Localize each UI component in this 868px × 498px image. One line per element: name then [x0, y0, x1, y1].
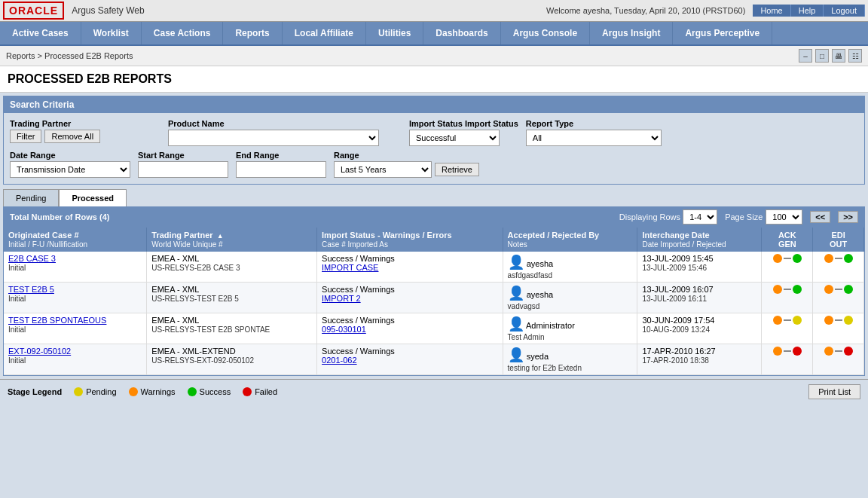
cell-accepted-by: 👤 ayeshaasfdgasdfasd [503, 252, 637, 283]
notes-value: vadvagsd [508, 302, 540, 310]
case-imported-link[interactable]: 0201-062 [322, 356, 357, 365]
legend-failed: Failed [243, 387, 277, 396]
trading-partner-value: EMEA - XML [151, 254, 199, 263]
case-imported-link[interactable]: 095-030101 [322, 325, 366, 334]
nav-reports[interactable]: Reports [223, 22, 282, 44]
cell-accepted-by: 👤 AdministratorTest Admin [503, 313, 637, 344]
table-body: E2B CASE 3InitialEMEA - XMLUS-RELSYS-E2B… [4, 252, 864, 375]
cell-ack-gen [762, 313, 813, 344]
nav-worklist[interactable]: Worklist [81, 22, 142, 44]
stage-legend-label: Stage Legend [8, 387, 62, 396]
breadcrumb-icons: – □ 🖶 ☷ [799, 49, 862, 63]
edi-dot2 [844, 285, 853, 294]
interchange-date-value: 17-APR-2010 16:27 [642, 347, 715, 356]
next-page-button[interactable]: >> [838, 211, 858, 223]
search-header: Search Criteria [4, 96, 864, 113]
retrieve-button[interactable]: Retrieve [435, 163, 479, 176]
logout-link[interactable]: Logout [824, 5, 865, 17]
range-group: Range Last 5 Years Retrieve [334, 151, 479, 178]
date-range-select[interactable]: Transmission Date [10, 161, 130, 178]
case-link[interactable]: TEST E2B 5 [8, 285, 142, 294]
prev-page-button[interactable]: << [810, 211, 830, 223]
nav-local-affiliate[interactable]: Local Affiliate [283, 22, 366, 44]
start-range-group: Start Range 19-APR-2005 [138, 151, 228, 178]
tab-pending[interactable]: Pending [3, 189, 59, 206]
world-wide-value: US-RELSYS-E2B CASE 3 [151, 264, 240, 272]
case-link[interactable]: TEST E2B SPONTAEOUS [8, 316, 142, 325]
help-link[interactable]: Help [791, 5, 824, 17]
nav-case-actions[interactable]: Case Actions [142, 22, 224, 44]
world-wide-value: US-RELSYS-EXT-092-050102 [151, 356, 254, 365]
date-imported-value: 10-AUG-2009 13:24 [642, 325, 710, 334]
nav-dashboards[interactable]: Dashboards [423, 22, 500, 44]
bc-icon-2[interactable]: □ [815, 49, 829, 63]
table-row: TEST E2B 5InitialEMEA - XMLUS-RELSYS-TES… [4, 283, 864, 313]
bc-icon-4[interactable]: ☷ [848, 49, 862, 63]
end-range-group: End Range 01-JAN-2999 [236, 151, 326, 178]
case-imported-link[interactable]: IMPORT 2 [322, 294, 361, 303]
case-imported-link[interactable]: IMPORT CASE [322, 263, 378, 272]
remove-all-button[interactable]: Remove All [44, 130, 100, 143]
nav-utilities[interactable]: Utilities [366, 22, 423, 44]
print-list-button[interactable]: Print List [808, 384, 860, 399]
col-case-num: Originated Case #Initial / F-U /Nullific… [4, 228, 147, 252]
product-name-select[interactable] [168, 130, 379, 146]
tab-processed[interactable]: Processed [59, 189, 127, 206]
accepted-by-value: Administrator [526, 321, 575, 330]
nav-argus-console[interactable]: Argus Console [501, 22, 590, 44]
filter-button[interactable]: Filter [10, 130, 41, 143]
date-range-label: Date Range [10, 151, 130, 160]
person-icon: 👤 [508, 316, 524, 331]
world-wide-value: US-RELSYS-TEST E2B SPONTAE [151, 325, 270, 334]
case-link[interactable]: E2B CASE 3 [8, 254, 142, 263]
ack-dot1 [773, 254, 782, 263]
case-link[interactable]: EXT-092-050102 [8, 347, 142, 356]
top-bar: ORACLE Argus Safety Web Welcome ayesha, … [0, 0, 868, 22]
cell-edi-out [813, 313, 864, 344]
cell-interchange-date: 17-APR-2010 16:2717-APR-2010 18:38 [637, 344, 762, 375]
app-title: Argus Safety Web [72, 5, 145, 16]
home-link[interactable]: Home [753, 5, 790, 17]
range-label: Range [334, 151, 479, 160]
interchange-date-value: 30-JUN-2009 17:54 [642, 316, 714, 325]
date-imported-value: 13-JUL-2009 15:46 [642, 264, 707, 272]
page-size-select[interactable]: 100 [766, 209, 802, 225]
interchange-date-value: 13-JUL-2009 16:07 [642, 285, 713, 294]
report-type-select[interactable]: All [526, 130, 662, 146]
bc-icon-1[interactable]: – [799, 49, 812, 63]
date-imported-value: 17-APR-2010 18:38 [642, 356, 708, 365]
person-icon: 👤 [508, 255, 524, 270]
nav-argus-insight[interactable]: Argus Insight [590, 22, 673, 44]
cell-interchange-date: 13-JUL-2009 15:4513-JUL-2009 15:46 [637, 252, 762, 283]
person-icon: 👤 [508, 286, 524, 301]
end-range-input[interactable]: 01-JAN-2999 [236, 161, 326, 178]
ack-dot1 [773, 347, 782, 356]
breadcrumb: Reports > Processed E2B Reports – □ 🖶 ☷ [0, 46, 868, 66]
failed-dot [243, 387, 252, 396]
cell-trading-partner: EMEA - XMLUS-RELSYS-TEST E2B 5 [147, 283, 317, 313]
table-wrapper: Originated Case #Initial / F-U /Nullific… [4, 228, 864, 375]
top-links: Home Help Logout [753, 5, 865, 17]
accepted-by-value: ayesha [527, 259, 553, 268]
import-status-select[interactable]: Successful [409, 130, 500, 146]
range-select[interactable]: Last 5 Years [334, 161, 432, 178]
search-row2: Date Range Transmission Date Start Range… [10, 151, 858, 178]
warnings-label: Warnings [141, 387, 176, 396]
displaying-rows-select[interactable]: 1-4 [683, 209, 717, 225]
interchange-date-value: 13-JUL-2009 15:45 [642, 254, 713, 263]
top-bar-left: ORACLE Argus Safety Web [3, 2, 145, 20]
col-interchange-date: Interchange DateDate Imported / Rejected [637, 228, 762, 252]
import-status-value: Success / Warnings [322, 347, 395, 356]
cell-case-num: EXT-092-050102Initial [4, 344, 147, 375]
col-accepted-by: Accepted / Rejected ByNotes [503, 228, 637, 252]
person-icon: 👤 [508, 347, 524, 362]
edi-dot1 [824, 316, 833, 325]
nav-argus-perceptive[interactable]: Argus Perceptive [673, 22, 772, 44]
nav-active-cases[interactable]: Active Cases [0, 22, 81, 44]
bc-icon-3[interactable]: 🖶 [832, 49, 845, 63]
results-table: Originated Case #Initial / F-U /Nullific… [4, 228, 864, 375]
start-range-input[interactable]: 19-APR-2005 [138, 161, 228, 178]
trading-partner-group: Trading Partner Filter Remove All [10, 119, 160, 146]
stage-legend: Stage Legend Pending Warnings Success Fa… [8, 387, 277, 396]
cell-accepted-by: 👤 ayeshavadvagsd [503, 283, 637, 313]
